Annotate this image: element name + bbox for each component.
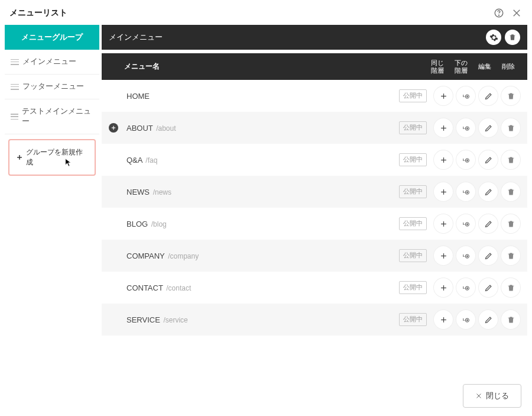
add-sub-level-button[interactable]: L [456,214,475,233]
status-badge: 公開中 [399,217,427,230]
cursor-icon [65,158,72,167]
add-sub-level-button[interactable]: L [456,86,475,105]
row-slug: /service [163,316,187,324]
delete-button[interactable] [501,182,520,201]
svg-text:L: L [462,221,465,225]
svg-text:L: L [462,253,465,257]
status-badge: 公開中 [399,89,427,102]
col-edit: 編集 [473,63,497,70]
add-same-level-button[interactable] [434,118,453,137]
table-row: NEWS /news公開中L [102,176,527,208]
delete-button[interactable] [501,310,520,329]
plus-icon: ＋ [15,152,24,163]
add-sub-level-button[interactable]: L [456,246,475,265]
delete-button[interactable] [501,86,520,105]
row-slug: /faq [145,156,157,165]
table-row: SERVICE /service公開中L [102,304,527,336]
table-row: COMPANY /company公開中L [102,240,527,272]
main-panel: メインメニュー メニュー名 同じ 階層 下の 階層 編集 削除 HOME 公開中… [102,25,527,376]
add-same-level-button[interactable] [434,150,453,169]
row-slug: /contact [166,284,191,292]
modal-footer: 閉じる [0,376,532,416]
menu-list-modal: メニューリスト メニューグループ メインメニューフッターメニューテストメインメニ… [0,0,532,416]
add-same-level-button[interactable] [434,86,453,105]
new-group-button[interactable]: ＋ グループを新規作成 [8,139,96,176]
add-sub-level-button[interactable]: L [456,310,475,329]
status-badge: 公開中 [399,313,427,326]
add-sub-level-button[interactable]: L [456,150,475,169]
delete-button[interactable] [501,278,520,297]
col-name: メニュー名 [124,62,426,72]
svg-text:L: L [462,93,465,97]
settings-button[interactable] [486,30,501,45]
row-name: COMPANY /company [124,251,399,260]
help-icon[interactable] [493,7,505,19]
status-badge: 公開中 [399,121,427,134]
drag-handle-icon [11,114,18,120]
menu-rows: HOME 公開中LABOUT /about公開中LQ&A /faq公開中LNEW… [102,80,527,376]
row-name: ABOUT /about [124,124,399,133]
sidebar-tab[interactable]: メニューグループ [5,25,99,50]
sidebar-group-item[interactable]: メインメニュー [5,50,99,75]
group-label: メインメニュー [22,57,76,67]
add-same-level-button[interactable] [434,310,453,329]
edit-button[interactable] [479,310,498,329]
delete-button[interactable] [501,150,520,169]
table-row: ABOUT /about公開中L [102,112,527,144]
table-row: BLOG /blog公開中L [102,208,527,240]
delete-menu-button[interactable] [505,30,520,45]
modal-header: メニューリスト [0,0,532,25]
status-badge: 公開中 [399,281,427,294]
expand-icon[interactable] [109,123,118,133]
row-name: NEWS /news [124,188,399,196]
svg-text:L: L [462,125,465,129]
sidebar-group-item[interactable]: テストメインメニュー [5,99,99,134]
group-label: フッターメニュー [22,82,84,92]
close-icon[interactable] [511,7,523,19]
close-label: 閉じる [486,391,509,401]
edit-button[interactable] [479,150,498,169]
edit-button[interactable] [479,214,498,233]
group-label: テストメインメニュー [22,107,93,127]
edit-button[interactable] [479,86,498,105]
close-icon [475,392,482,399]
svg-text:L: L [462,317,465,321]
table-row: Q&A /faq公開中L [102,144,527,176]
delete-button[interactable] [501,118,520,137]
sidebar: メニューグループ メインメニューフッターメニューテストメインメニュー ＋ グルー… [5,25,99,376]
delete-button[interactable] [501,246,520,265]
row-name: CONTACT /contact [124,283,399,292]
add-same-level-button[interactable] [434,246,453,265]
edit-button[interactable] [479,278,498,297]
delete-button[interactable] [501,214,520,233]
svg-text:L: L [462,189,465,193]
row-slug: /about [156,124,176,133]
col-delete: 削除 [497,63,520,70]
add-same-level-button[interactable] [434,278,453,297]
table-row: CONTACT /contact公開中L [102,272,527,304]
edit-button[interactable] [479,246,498,265]
status-badge: 公開中 [399,249,427,262]
row-slug: /news [153,188,171,196]
add-sub-level-button[interactable]: L [456,182,475,201]
sidebar-group-item[interactable]: フッターメニュー [5,75,99,99]
close-button[interactable]: 閉じる [463,384,521,408]
main-header-title: メインメニュー [109,32,163,43]
drag-handle-icon [11,59,19,65]
add-same-level-button[interactable] [434,214,453,233]
add-sub-level-button[interactable]: L [456,278,475,297]
gear-icon [489,33,498,42]
svg-text:L: L [462,285,465,289]
add-sub-level-button[interactable]: L [456,118,475,137]
svg-text:L: L [462,157,465,161]
add-same-level-button[interactable] [434,182,453,201]
col-sub-level: 下の 階層 [449,59,473,74]
edit-button[interactable] [479,118,498,137]
row-name: BLOG /blog [124,220,399,228]
svg-point-1 [499,15,499,15]
table-row: HOME 公開中L [102,80,527,112]
edit-button[interactable] [479,182,498,201]
col-same-level: 同じ 階層 [426,59,449,74]
status-badge: 公開中 [399,185,427,198]
row-slug: /company [168,252,199,260]
